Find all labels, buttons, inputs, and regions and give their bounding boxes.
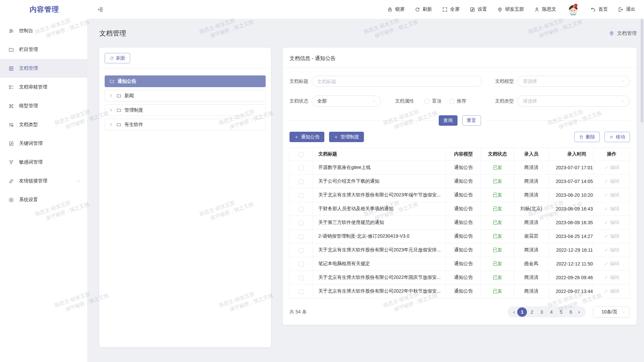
- header-action-refresh[interactable]: 刷新: [415, 6, 432, 12]
- pagination-prev-button[interactable]: ‹: [511, 309, 518, 315]
- row-checkbox[interactable]: [299, 179, 304, 184]
- pagination-page-1[interactable]: 1: [517, 307, 527, 317]
- doc-title-cell: 关于北京有生博大软件股份有限公司2023年端午节放假安...: [313, 188, 446, 202]
- edit-button[interactable]: 编辑: [604, 233, 620, 239]
- scrollbar-thumb[interactable]: [641, 19, 643, 123]
- edit-button[interactable]: 编辑: [604, 288, 620, 294]
- edit-button-label: 编辑: [610, 192, 620, 198]
- doc-time-cell: 2023-04-25 14:27: [548, 230, 594, 243]
- row-checkbox[interactable]: [299, 262, 304, 266]
- doc-model-select[interactable]: 请选择: [517, 76, 630, 87]
- folder-icon: [116, 122, 121, 127]
- sidebar-item-document[interactable]: 文档管理: [0, 59, 87, 78]
- filter-form: 文档标题 文档模型 请选择 文档状态 全部: [289, 68, 630, 126]
- header-action-lock[interactable]: 锁屏: [387, 6, 405, 12]
- pagination-page-5[interactable]: 5: [556, 307, 566, 317]
- sliders-icon: [8, 28, 14, 34]
- sidebar-item-label: 控制台: [19, 28, 33, 34]
- reset-button[interactable]: 重置: [462, 115, 481, 126]
- tree-item[interactable]: 新闻: [105, 90, 266, 102]
- sidebar-item-funnel[interactable]: 敏感词管理: [0, 153, 87, 172]
- chevron-right-icon: [108, 122, 113, 127]
- document-panel: 文档信息 - 通知公告 文档标题 文档模型 请选择: [283, 48, 637, 325]
- row-checkbox[interactable]: [299, 234, 304, 239]
- row-checkbox[interactable]: [299, 221, 304, 225]
- move-button[interactable]: 移动: [604, 132, 630, 142]
- header-action-edit-square[interactable]: 设置: [470, 6, 487, 12]
- row-checkbox[interactable]: [299, 248, 304, 253]
- sidebar-item-command[interactable]: 模型管理: [0, 97, 87, 115]
- tree-item[interactable]: 有生软件: [105, 119, 266, 130]
- doc-status-cell: 已发: [481, 230, 514, 243]
- doc-title-input[interactable]: [312, 76, 482, 87]
- page-size-select[interactable]: 10条/页: [593, 306, 630, 317]
- sidebar-item-link[interactable]: 友情链接管理: [0, 172, 87, 190]
- doc-status-select[interactable]: 全部: [312, 96, 381, 107]
- pagination-page-2[interactable]: 2: [527, 307, 537, 317]
- row-select-cell: [290, 175, 313, 188]
- location-pin-icon: [497, 7, 503, 12]
- edit-button[interactable]: 编辑: [604, 247, 620, 253]
- checkbox-pin-top[interactable]: 置顶: [425, 98, 441, 104]
- doc-status-cell: 已发: [481, 161, 514, 175]
- header-action-user[interactable]: 陈思文: [534, 6, 556, 12]
- column-header: 录入时间: [548, 148, 594, 161]
- row-select-cell: [290, 257, 313, 271]
- collapse-sidebar-button[interactable]: [97, 6, 104, 13]
- tree-refresh-button[interactable]: 刷新: [105, 53, 130, 63]
- user-avatar[interactable]: [566, 2, 580, 16]
- edit-button[interactable]: 编辑: [604, 178, 620, 184]
- edit-button[interactable]: 编辑: [604, 165, 620, 171]
- edit-button[interactable]: 编辑: [604, 192, 620, 198]
- select-all-checkbox[interactable]: [299, 152, 304, 157]
- table-row: 关于公司介绍文件下载的通知通知公告已发商清清2023-07-07 14:05编辑: [290, 175, 630, 188]
- edit-button[interactable]: 编辑: [604, 275, 620, 281]
- row-checkbox[interactable]: [299, 276, 304, 280]
- row-checkbox[interactable]: [299, 207, 304, 212]
- checkbox-recommend[interactable]: 推荐: [449, 98, 466, 104]
- search-button[interactable]: 查询: [439, 115, 458, 126]
- row-checkbox[interactable]: [299, 193, 304, 198]
- sidebar-item-folder[interactable]: 栏目管理: [0, 40, 87, 59]
- doc-model-cell: 通知公告: [446, 202, 481, 216]
- doc-model-cell: 通知公告: [446, 188, 481, 202]
- column-header: 文档状态: [481, 148, 514, 161]
- pagination-page-6[interactable]: 6: [566, 307, 576, 317]
- header-action-fullscreen[interactable]: 全屏: [442, 6, 460, 12]
- doc-title-cell: 关于北京有生博大软件股份有限公司2023年元旦放假安排...: [313, 243, 446, 257]
- sidebar-item-checklist[interactable]: 文档审核管理: [0, 78, 87, 97]
- add-rule-button[interactable]: 管理制度: [329, 132, 364, 142]
- pagination-next-button[interactable]: ›: [576, 309, 582, 315]
- edit-button[interactable]: 编辑: [604, 206, 620, 212]
- sidebar-item-list-gear[interactable]: 文档类型: [0, 115, 87, 134]
- chevron-right-icon: [108, 108, 113, 113]
- doc-model-cell: 通知公告: [446, 175, 481, 188]
- header-action-pin[interactable]: 研发五部: [497, 6, 524, 12]
- status-badge: 已发: [493, 233, 502, 239]
- sidebar-item-gear[interactable]: 系统设置: [0, 190, 87, 209]
- note-edit-icon: [8, 141, 14, 146]
- edit-button-label: 编辑: [610, 233, 620, 239]
- doc-type-select[interactable]: 请选择: [517, 96, 630, 107]
- add-notice-button[interactable]: 通知公告: [289, 132, 324, 142]
- pagination-page-4[interactable]: 4: [546, 307, 556, 317]
- doc-type-filter-label: 文档类型: [495, 98, 515, 104]
- edit-button[interactable]: 编辑: [604, 220, 620, 226]
- sidebar-item-sliders[interactable]: 控制台: [0, 21, 87, 40]
- tree-item[interactable]: 管理制度: [105, 104, 266, 116]
- row-checkbox[interactable]: [299, 289, 304, 294]
- header-action-logout[interactable]: 退出: [618, 6, 635, 12]
- delete-button[interactable]: 删除: [574, 132, 600, 142]
- tree-item-selected[interactable]: 通知公告: [105, 75, 266, 87]
- sidebar-item-note-edit[interactable]: 关键词管理: [0, 134, 87, 153]
- pagination-page-3[interactable]: 3: [537, 307, 546, 317]
- header-action-home[interactable]: 首页: [590, 6, 608, 12]
- doc-creator-cell: 商清清: [514, 188, 548, 202]
- row-checkbox[interactable]: [299, 166, 304, 170]
- doc-actions-cell: 编辑: [594, 175, 630, 188]
- main-layout: 控制台栏目管理文档管理文档审核管理模型管理文档类型关键词管理敏感词管理友情链接管…: [0, 0, 644, 362]
- edit-button[interactable]: 编辑: [604, 261, 620, 267]
- reset-button-label: 重置: [467, 118, 476, 124]
- table-row: 于财务部人员变动及相关事项的通知通知公告已发刘杨(北京)2023-06-09 1…: [290, 202, 630, 216]
- doc-status-cell: 已发: [481, 175, 514, 188]
